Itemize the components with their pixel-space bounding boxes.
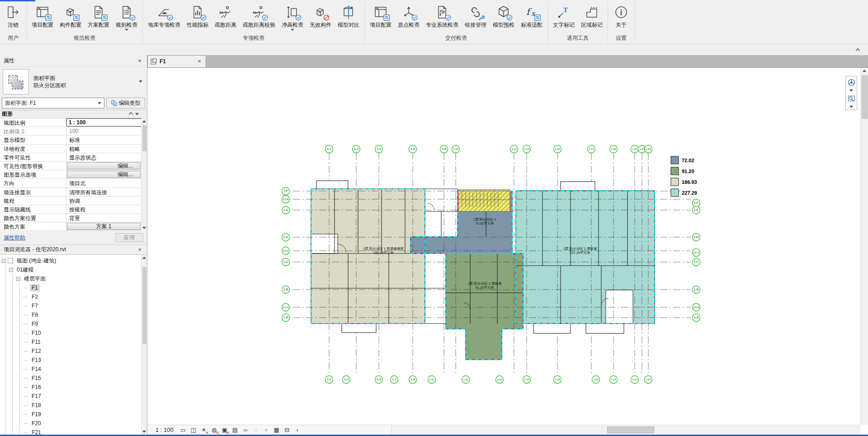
property-value[interactable]: 按规程 (66, 205, 147, 213)
grid-bubble[interactable]: 1-F (282, 188, 290, 195)
ribbon-button-project-config[interactable]: 项目配置 (28, 3, 57, 29)
tree-item-floor-f2[interactable]: F2 (24, 292, 147, 301)
tree-scrollbar[interactable] (141, 255, 147, 435)
scroll-up-icon[interactable] (142, 118, 147, 124)
ribbon-collapse-button[interactable] (854, 47, 862, 53)
grid-bubble[interactable]: 1-8 (440, 145, 448, 153)
view-scale-input[interactable]: 1 : 100 (66, 118, 147, 127)
property-value[interactable]: 项目北 (66, 179, 147, 187)
ribbon-button-project-config-2[interactable]: 项目配置 (367, 3, 395, 29)
property-edit-button[interactable]: 编辑... (67, 171, 141, 178)
zone-227[interactable] (516, 191, 655, 323)
ribbon-button-about[interactable]: 关于 (610, 3, 632, 29)
ribbon-button-system-check[interactable]: 专业系统检查 (423, 3, 462, 29)
tree-item-floor-f1[interactable]: F1 (24, 283, 147, 292)
grid-bubble[interactable]: 1/1-A (282, 304, 290, 311)
property-value[interactable]: 标准 (66, 136, 147, 144)
grid-bubble[interactable]: 1-D (693, 234, 700, 241)
floor-plan-drawing[interactable]: 1-1 1-2 1-4 1-6 1-8 1-10 1-12 1-13 1-15 … (147, 68, 868, 435)
tree-item-floor-f7[interactable]: F7 (24, 301, 147, 310)
property-value[interactable]: 协调 (66, 197, 147, 205)
ribbon-button-standard-adapt[interactable]: fx标准适配 (518, 3, 546, 29)
property-value[interactable]: 方案 1 (66, 222, 147, 230)
tree-item-floor-f19[interactable]: F19 (24, 410, 147, 419)
grid-bubble[interactable]: 1-19 (610, 145, 618, 153)
grid-bubble[interactable]: 1-13 (523, 145, 531, 153)
property-value[interactable]: 编辑... (66, 170, 147, 178)
grid-bubble[interactable]: 1-C (693, 258, 700, 266)
grid-bubble[interactable]: 1-21 (631, 145, 639, 153)
tree-item-floor-f8[interactable]: F8 (24, 310, 147, 319)
tree-collapse-icon[interactable]: − (16, 277, 20, 281)
ribbon-button-basement-check[interactable]: 地库专项检查 (145, 3, 184, 29)
grid-bubble[interactable]: 1-22 (631, 376, 639, 384)
zoom-dropdown-icon[interactable] (849, 104, 853, 109)
sun-path-icon[interactable]: ☀✕ (199, 426, 208, 434)
temporary-hide-icon[interactable]: ◌ (251, 426, 260, 434)
grid-bubble[interactable]: 1-E (282, 206, 290, 214)
tree-item-floor-f11[interactable]: F11 (24, 338, 147, 347)
project-browser-close-icon[interactable]: × (136, 246, 143, 253)
detail-level-icon[interactable]: ◫ (189, 426, 198, 434)
grid-bubble[interactable]: 1/1-C (282, 247, 290, 255)
grid-bubble[interactable]: 1-5 (375, 376, 383, 384)
crop-view-icon[interactable]: ▣✕ (220, 426, 229, 434)
grid-bubble[interactable]: 1-3 (343, 376, 350, 384)
grid-bubble[interactable]: 1-15 (554, 145, 561, 153)
grid-bubble[interactable]: 1-16 (523, 376, 531, 384)
tree-item-floor-f17[interactable]: F17 (24, 392, 147, 401)
property-value[interactable]: 1 : 100 (66, 118, 147, 127)
grid-bubble[interactable]: 1-14 (496, 376, 504, 384)
ribbon-button-link-manage[interactable]: 链接管理 (462, 3, 490, 29)
grid-bubble[interactable]: 1-10 (452, 145, 460, 153)
shadows-icon[interactable]: ◍✕ (210, 426, 219, 434)
tree-item-floor-f18[interactable]: F18 (24, 401, 147, 410)
selected-stair-region[interactable] (458, 190, 510, 211)
color-scheme-legend[interactable]: 72.02 91.20 186.93 227.29 (671, 156, 697, 197)
tree-collapse-icon[interactable]: − (2, 259, 6, 263)
ribbon-button-origin-check[interactable]: 原点检查 (395, 3, 423, 29)
section-collapse-icon[interactable] (129, 113, 139, 116)
ribbon-button-performance-index[interactable]: 性能指标 (184, 3, 212, 29)
grid-bubble[interactable]: 1-C (282, 258, 290, 266)
property-edit-button[interactable]: 方案 1 (67, 223, 141, 230)
navigation-dropdown-icon[interactable] (849, 88, 853, 93)
ribbon-button-model-compare[interactable]: 模型对比 (335, 3, 363, 29)
ribbon-button-component-config[interactable]: 构件配置 (57, 3, 85, 29)
grid-bubble[interactable]: 1-D (282, 234, 290, 241)
visual-style-icon[interactable]: ▭ (179, 426, 188, 434)
ribbon-button-model-precheck[interactable]: 模型预检 (490, 3, 518, 29)
view-scale-button[interactable]: 1 : 100 (150, 427, 177, 433)
grid-bubble[interactable]: 1-9 (409, 376, 417, 384)
scroll-up-icon[interactable] (861, 68, 868, 74)
ribbon-button-logout[interactable]: 注销 (2, 3, 24, 29)
view-tab-close-icon[interactable]: × (196, 58, 203, 65)
property-value[interactable]: 清理所有墙连接 (66, 188, 147, 196)
scroll-down-icon[interactable] (142, 225, 147, 231)
grid-bubble[interactable]: 1/1-E (282, 196, 290, 203)
grid-bubble[interactable]: 1-12 (462, 376, 470, 384)
view-type-combobox[interactable]: 面积平面: F1 (2, 98, 104, 108)
ribbon-button-rule-check[interactable]: 规则检查 (113, 3, 141, 32)
collapse-icon[interactable]: ‹ (293, 426, 302, 434)
apply-button[interactable]: 应用 (115, 233, 143, 242)
grid-bubble[interactable]: 1-23 (645, 376, 652, 384)
ribbon-button-text-mark[interactable]: T文字标记 (550, 3, 578, 29)
steering-wheel-icon[interactable] (846, 77, 856, 87)
grid-bubble[interactable]: 1-4 (375, 145, 383, 153)
tree-item-floor-f13[interactable]: F13 (24, 356, 147, 365)
tree-item-floor-f9[interactable]: F9 (24, 319, 147, 328)
analytical-model-icon[interactable]: ▫ (262, 426, 271, 434)
properties-scrollbar-thumb[interactable] (142, 125, 146, 151)
property-value[interactable]: 粗略 (66, 145, 147, 153)
grid-bubble[interactable]: 1-21 (610, 376, 618, 384)
reveal-hidden-icon[interactable]: ∞ (241, 426, 250, 434)
properties-help-link[interactable]: 属性帮助 (4, 234, 115, 242)
ribbon-button-evacuation-distance-verify[interactable]: 疏散距离校验 (240, 3, 278, 29)
type-selector[interactable]: 面积平面 防火分区面积 (0, 66, 147, 96)
grid-bubble[interactable]: 1-20 (592, 376, 600, 384)
property-edit-button[interactable]: 编辑... (67, 162, 141, 169)
zoom-tool-icon[interactable] (846, 94, 856, 103)
vertical-scrollbar-thumb[interactable] (862, 75, 868, 119)
tree-item-floor-plans[interactable]: −楼层平面 (16, 274, 147, 283)
